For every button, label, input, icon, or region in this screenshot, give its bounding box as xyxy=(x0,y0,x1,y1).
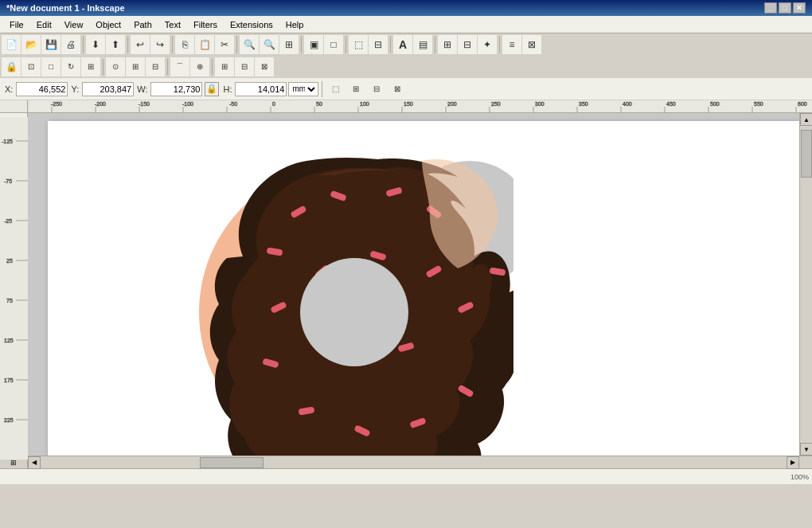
x-input[interactable] xyxy=(16,82,68,96)
snap-sep2 xyxy=(167,59,168,75)
close-button[interactable]: ✕ xyxy=(793,2,806,14)
menu-help[interactable]: Help xyxy=(279,18,310,31)
grid-button[interactable]: ⊞ xyxy=(438,35,457,54)
menu-file[interactable]: File xyxy=(3,18,30,31)
path-toolbar: X: Y: W: 🔒 H: mm px pt cm in ⬚ ⊞ ⊟ ⊠ xyxy=(0,78,812,100)
w-label: W: xyxy=(135,84,149,94)
svg-text:-75: -75 xyxy=(4,178,12,184)
ungroup-button[interactable]: ⊟ xyxy=(369,35,388,54)
text-tool-tb[interactable]: A xyxy=(393,35,412,54)
svg-text:125: 125 xyxy=(4,338,14,343)
ruler-corner xyxy=(0,100,28,113)
snap-rotation[interactable]: ↻ xyxy=(61,57,80,76)
copy-button[interactable]: ⎘ xyxy=(175,35,194,54)
align-right-btn[interactable]: ⊟ xyxy=(367,80,386,99)
scroll-up-button[interactable]: ▲ xyxy=(800,113,812,126)
menu-view[interactable]: View xyxy=(58,18,90,31)
svg-text:-150: -150 xyxy=(139,101,150,107)
undo-button[interactable]: ↩ xyxy=(131,35,150,54)
snap-center[interactable]: ⊙ xyxy=(106,57,125,76)
cut-button[interactable]: ✂ xyxy=(215,35,234,54)
svg-text:350: 350 xyxy=(579,101,588,107)
y-label: Y: xyxy=(69,84,80,94)
statusbar: 100% xyxy=(0,468,812,484)
distribute-button[interactable]: ⊠ xyxy=(522,35,541,54)
align-center-btn[interactable]: ⊞ xyxy=(346,80,365,99)
snap-intersection[interactable]: ⊕ xyxy=(190,57,209,76)
horizontal-ruler: -250 -200 -150 -100 -50 0 50 100 150 200… xyxy=(28,100,812,113)
unit-select[interactable]: mm px pt cm in xyxy=(288,82,318,96)
horizontal-scrollbar[interactable]: ◀ ▶ xyxy=(28,456,799,468)
zoom-fit-button[interactable]: ⊞ xyxy=(279,35,299,54)
svg-text:200: 200 xyxy=(447,101,457,107)
maximize-button[interactable]: □ xyxy=(779,2,791,14)
transform3-btn[interactable]: ⊠ xyxy=(255,57,274,76)
menu-filters[interactable]: Filters xyxy=(187,18,224,31)
import-button[interactable]: ⬇ xyxy=(86,35,105,54)
export-button[interactable]: ⬆ xyxy=(106,35,125,54)
scroll-thumb[interactable] xyxy=(801,130,812,178)
scroll-corner2 xyxy=(799,456,812,468)
w-input[interactable] xyxy=(150,82,202,96)
svg-text:400: 400 xyxy=(623,101,632,107)
y-input[interactable] xyxy=(82,82,134,96)
snap-enable[interactable]: 🔒 xyxy=(2,57,21,76)
zoom-in-button[interactable]: 🔍 xyxy=(240,35,259,54)
snap-path[interactable]: ⌒ xyxy=(170,57,189,76)
snap-nodes[interactable]: ⊡ xyxy=(21,57,41,76)
svg-text:600: 600 xyxy=(798,101,807,107)
svg-text:-25: -25 xyxy=(4,218,12,224)
hscroll-track[interactable] xyxy=(41,456,787,468)
menu-extensions[interactable]: Extensions xyxy=(224,18,279,31)
stroke-button[interactable]: □ xyxy=(324,35,343,54)
zoom-out-button[interactable]: 🔍 xyxy=(260,35,279,54)
canvas-area[interactable] xyxy=(28,113,799,456)
snap-button[interactable]: ✦ xyxy=(478,35,497,54)
svg-text:-50: -50 xyxy=(229,101,237,107)
redo-button[interactable]: ↪ xyxy=(150,35,170,54)
hscroll-thumb[interactable] xyxy=(200,457,264,468)
svg-text:450: 450 xyxy=(666,101,676,107)
vertical-scrollbar[interactable]: ▲ ▼ xyxy=(799,113,812,456)
transform4-btn[interactable]: ⊠ xyxy=(388,80,407,99)
fill-button[interactable]: ▣ xyxy=(304,35,323,54)
lock-aspect-button[interactable]: 🔒 xyxy=(205,82,219,96)
minimize-button[interactable]: _ xyxy=(764,2,777,14)
scroll-left-button[interactable]: ◀ xyxy=(28,456,41,469)
svg-text:-250: -250 xyxy=(51,101,62,107)
group-button[interactable]: ⬚ xyxy=(349,35,368,54)
menu-edit[interactable]: Edit xyxy=(30,18,58,31)
svg-text:150: 150 xyxy=(404,101,413,107)
svg-text:-125: -125 xyxy=(2,139,13,144)
sep7 xyxy=(390,37,391,53)
svg-text:25: 25 xyxy=(6,258,13,264)
scroll-down-button[interactable]: ▼ xyxy=(800,443,812,456)
scroll-right-button[interactable]: ▶ xyxy=(787,456,799,469)
menu-path[interactable]: Path xyxy=(127,18,158,31)
save-button[interactable]: 💾 xyxy=(41,35,61,54)
snap-guide[interactable]: ⊟ xyxy=(146,57,165,76)
print-button[interactable]: 🖨 xyxy=(61,35,80,54)
snap-midpoints[interactable]: ⊞ xyxy=(81,57,100,76)
transform2-btn[interactable]: ⊟ xyxy=(235,57,254,76)
svg-text:550: 550 xyxy=(754,101,763,107)
sep5 xyxy=(301,37,302,53)
sep8 xyxy=(435,37,435,53)
menu-text[interactable]: Text xyxy=(158,18,187,31)
sep9 xyxy=(499,37,500,53)
guides-button[interactable]: ⊟ xyxy=(458,35,477,54)
flowtext-button[interactable]: ▤ xyxy=(413,35,432,54)
align-left-btn[interactable]: ⬚ xyxy=(326,80,345,99)
window-controls[interactable]: _ □ ✕ xyxy=(764,2,806,14)
transform-btn[interactable]: ⊞ xyxy=(215,57,234,76)
new-button[interactable]: 📄 xyxy=(2,35,21,54)
snap-grid[interactable]: ⊞ xyxy=(126,57,145,76)
snap-bb[interactable]: □ xyxy=(41,57,61,76)
open-button[interactable]: 📂 xyxy=(21,35,41,54)
menu-object[interactable]: Object xyxy=(89,18,127,31)
align-button[interactable]: ≡ xyxy=(502,35,521,54)
h-input[interactable] xyxy=(235,82,287,96)
sep1 xyxy=(83,37,84,53)
paste-button[interactable]: 📋 xyxy=(195,35,214,54)
scroll-track[interactable] xyxy=(800,126,812,443)
